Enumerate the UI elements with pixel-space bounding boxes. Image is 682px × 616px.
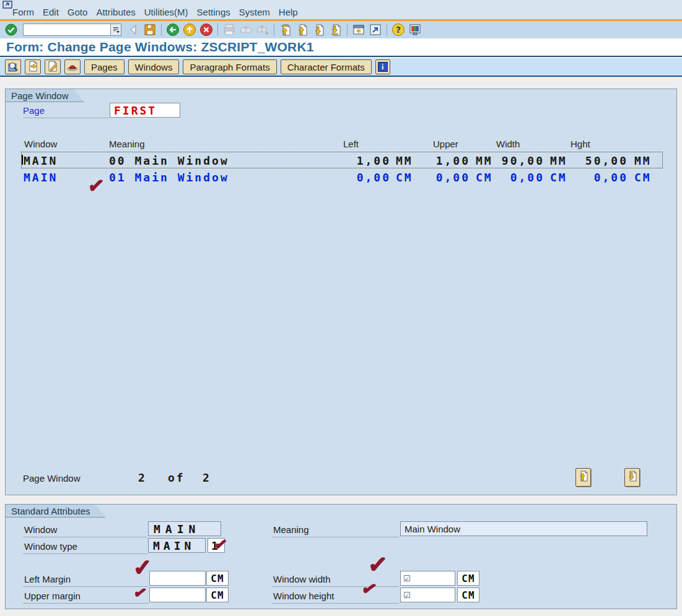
find-icon	[238, 22, 253, 37]
window-width-label: Window width	[273, 574, 331, 584]
enter-icon[interactable]	[4, 22, 19, 37]
checkbox-icon: ☑	[401, 591, 411, 600]
window-height-underline	[272, 603, 399, 604]
previous-window-button[interactable]	[575, 468, 591, 487]
annotation-checkmark: ✓	[87, 175, 106, 196]
page-title: Form: Change Page Windows: ZSCRIPT_WORK1	[6, 40, 314, 54]
header-meaning: Meaning	[109, 139, 145, 149]
window-type-label: Window type	[24, 541, 77, 552]
window-height-unit-field[interactable]: CM	[457, 588, 479, 602]
window-type-underline	[23, 553, 147, 554]
left-margin-underline	[23, 586, 149, 587]
toolbar-separator	[347, 24, 348, 36]
pages-button[interactable]: Pages	[84, 59, 125, 74]
create-shortcut-icon[interactable]	[368, 22, 383, 37]
command-input[interactable]	[23, 24, 111, 36]
page-window-count-label: Page Window	[23, 473, 81, 484]
annotation-checkmark: ✓	[359, 578, 378, 600]
magnifier-icon	[7, 61, 19, 74]
page-input[interactable]: FIRST	[110, 103, 180, 118]
info-button[interactable]: i	[375, 59, 390, 74]
back-triangle-icon[interactable]	[126, 22, 141, 37]
meaning-field[interactable]: Main Window	[400, 521, 647, 536]
sap-window: Form Edit Goto Attributes Utilities(M) S…	[0, 0, 682, 616]
exit-icon[interactable]	[182, 22, 197, 37]
checkbox-icon: ☑	[401, 574, 411, 583]
svg-text:?: ?	[396, 25, 401, 35]
windows-button[interactable]: Windows	[128, 59, 180, 74]
customize-layout-icon[interactable]	[408, 22, 422, 37]
window-height-input[interactable]: ☑	[400, 588, 455, 602]
upper-margin-label: Upper margin	[24, 591, 81, 601]
menu-help[interactable]: Help	[279, 7, 298, 17]
menu-attributes[interactable]: Attributes	[96, 7, 135, 17]
menu-system[interactable]: System	[239, 7, 270, 17]
window-height-label: Window height	[273, 591, 334, 601]
left-margin-label: Left Margin	[24, 574, 71, 584]
first-page-icon[interactable]	[278, 22, 293, 37]
print-icon	[222, 22, 237, 37]
meaning-label-underline	[272, 537, 399, 537]
header-left: Left	[343, 139, 359, 149]
window-type-field[interactable]: MAIN	[148, 538, 206, 553]
left-margin-unit-field[interactable]: CM	[206, 571, 229, 586]
page-window-current: 2	[138, 471, 147, 484]
window-field[interactable]: MAIN	[148, 521, 221, 536]
next-window-button[interactable]	[624, 468, 640, 487]
new-session-icon[interactable]	[351, 22, 366, 37]
hat-icon	[67, 61, 78, 73]
page-up-icon[interactable]	[295, 22, 310, 37]
page-label-underline	[23, 118, 110, 118]
test-button[interactable]	[45, 59, 61, 74]
application-toolbar: Pages Windows Paragraph Formats Characte…	[0, 58, 682, 77]
window-width-underline	[272, 586, 399, 587]
meaning-label: Meaning	[273, 524, 309, 535]
toolbar-separator	[387, 24, 387, 36]
menu-form[interactable]: Form	[12, 7, 34, 17]
back-icon[interactable]	[165, 22, 180, 37]
toolbar-separator	[217, 24, 218, 36]
page-pencil-icon	[47, 61, 58, 74]
toolbar-separator	[161, 24, 162, 36]
left-margin-input[interactable]	[149, 571, 206, 586]
activate-button[interactable]	[25, 59, 41, 74]
annotation-checkmark: ✓	[213, 536, 229, 553]
form-display-button[interactable]	[5, 59, 21, 74]
page-up-icon	[579, 470, 588, 485]
paragraph-formats-button[interactable]: Paragraph Formats	[183, 59, 276, 74]
character-formats-button[interactable]: Character Formats	[281, 59, 372, 74]
title-bar: Form: Change Page Windows: ZSCRIPT_WORK1	[0, 38, 682, 57]
help-icon[interactable]: ?	[391, 22, 406, 37]
cancel-icon[interactable]	[199, 22, 214, 37]
find-next-icon	[255, 22, 270, 37]
last-page-icon[interactable]	[328, 22, 343, 37]
annotation-checkmark: ✓	[367, 552, 388, 578]
header-width: Width	[496, 139, 520, 149]
page-window-panel: Page Window Page FIRST Window Meaning Le…	[5, 89, 677, 495]
standard-attributes-panel: Standard Attributes Window MAIN Meaning …	[5, 504, 677, 609]
print-preview-button[interactable]	[64, 59, 81, 74]
window-label: Window	[24, 524, 57, 535]
toolbar-separator	[274, 24, 274, 36]
page-window-tab: Page Window	[5, 89, 84, 102]
window-width-unit-field[interactable]: CM	[457, 571, 479, 586]
standard-attributes-tab: Standard Attributes	[5, 504, 106, 518]
page-down-icon[interactable]	[312, 22, 326, 37]
header-hght: Hght	[571, 139, 590, 149]
upper-margin-input[interactable]	[149, 588, 206, 602]
annotation-checkmark: ✓	[132, 584, 148, 602]
page-window-of: of	[168, 471, 185, 484]
save-icon[interactable]	[142, 22, 157, 37]
command-dropdown-icon[interactable]	[111, 24, 121, 36]
menu-utilities[interactable]: Utilities(M)	[144, 7, 188, 17]
menu-settings[interactable]: Settings	[197, 7, 230, 17]
upper-margin-unit-field[interactable]: CM	[206, 588, 229, 602]
menu-goto[interactable]: Goto	[68, 7, 88, 17]
page-window-total: 2	[203, 471, 211, 484]
page-arrow-icon	[27, 61, 38, 74]
system-menu-icon[interactable]	[2, 1, 13, 12]
info-icon: i	[378, 62, 388, 72]
page-label: Page	[23, 105, 45, 116]
menu-edit[interactable]: Edit	[43, 7, 59, 17]
window-width-input[interactable]: ☑	[400, 571, 455, 586]
